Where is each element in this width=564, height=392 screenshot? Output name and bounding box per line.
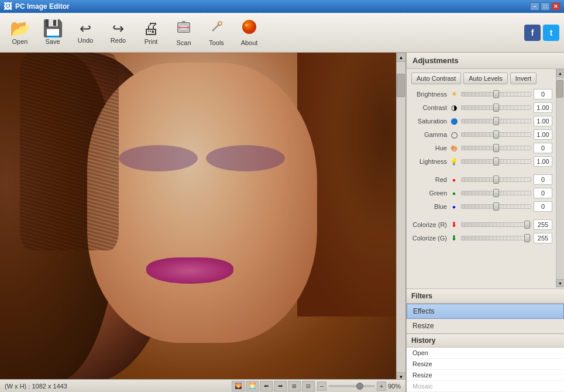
red-value[interactable]: 0 — [534, 174, 552, 185]
zoom-in-button[interactable]: + — [377, 381, 386, 391]
scroll-track-v[interactable] — [397, 62, 405, 372]
zoom-out-button[interactable]: − — [317, 381, 326, 391]
save-button[interactable]: 💾 Save — [37, 16, 68, 50]
hue-thumb[interactable] — [493, 144, 499, 152]
hue-slider[interactable] — [461, 146, 531, 150]
undo-button[interactable]: ↩ Undo — [70, 16, 101, 50]
colorize-r-track-dots — [462, 223, 531, 226]
colorize-r-label: Colorize (R) — [411, 221, 449, 228]
green-value[interactable]: 0 — [534, 188, 552, 198]
lightness-slider[interactable] — [461, 159, 531, 164]
green-label: Green — [411, 190, 449, 197]
brightness-slider[interactable] — [461, 92, 531, 97]
minimize-button[interactable]: − — [530, 2, 539, 11]
green-slider[interactable] — [461, 191, 531, 195]
saturation-icon: 🔵 — [449, 116, 459, 126]
lightness-icon: 💡 — [449, 157, 459, 166]
contrast-value[interactable]: 1.00 — [534, 102, 552, 113]
gamma-slider[interactable] — [461, 132, 531, 137]
history-item-resize2[interactable]: Resize — [407, 370, 564, 381]
tools-button[interactable]: Tools — [201, 16, 232, 50]
effects-filter-item[interactable]: Effects — [407, 304, 564, 319]
colorize-g-value[interactable]: 255 — [534, 233, 552, 243]
redo-button[interactable]: ↪ Redo — [103, 16, 133, 50]
gamma-label: Gamma — [411, 131, 449, 138]
adj-scroll-thumb[interactable] — [556, 80, 563, 98]
about-button[interactable]: About — [234, 16, 264, 50]
scan-button[interactable]: Scan — [168, 16, 199, 50]
invert-button[interactable]: Invert — [510, 73, 537, 84]
adj-scroll-down[interactable]: ▼ — [556, 279, 565, 287]
saturation-slider[interactable] — [461, 119, 531, 123]
colorize-g-thumb[interactable] — [524, 234, 530, 242]
history-item-mosaic[interactable]: Mosaic — [407, 381, 564, 392]
open-button[interactable]: 📂 Open — [5, 16, 35, 50]
green-thumb[interactable] — [493, 189, 499, 197]
status-bar: (W x H) : 1082 x 1443 🌄 🌅 ⬅ ➡ ⊞ ⊟ − — [0, 379, 405, 392]
twitter-button[interactable]: t — [543, 25, 559, 41]
facebook-button[interactable]: f — [524, 25, 541, 41]
adjustments-scrollbar[interactable]: ▲ ▼ — [556, 69, 564, 287]
tool-btn-5[interactable]: ⊞ — [288, 381, 301, 391]
brightness-thumb[interactable] — [493, 90, 499, 98]
zoom-slider[interactable] — [328, 385, 375, 387]
resize-label: Resize — [412, 322, 434, 330]
tool-btn-2[interactable]: 🌅 — [246, 381, 259, 391]
colorize-g-slider[interactable] — [461, 236, 531, 240]
vertical-scrollbar[interactable]: ▲ ▼ — [396, 53, 405, 381]
gamma-thumb[interactable] — [493, 130, 499, 139]
social-buttons: f t — [524, 25, 559, 41]
gamma-value[interactable]: 1.00 — [534, 129, 552, 140]
resize-filter-item[interactable]: Resize — [407, 319, 564, 333]
canvas-image[interactable] — [0, 53, 396, 383]
brightness-icon: ☀ — [449, 90, 459, 99]
colorize-r-value[interactable]: 255 — [534, 219, 552, 230]
blue-label: Blue — [411, 203, 449, 210]
tool-btn-3[interactable]: ⬅ — [260, 381, 273, 391]
auto-levels-button[interactable]: Auto Levels — [463, 73, 507, 84]
colorize-r-thumb[interactable] — [524, 221, 530, 229]
blue-slider[interactable] — [461, 204, 531, 209]
saturation-thumb[interactable] — [493, 117, 499, 125]
red-thumb[interactable] — [493, 176, 499, 184]
auto-contrast-button[interactable]: Auto Contrast — [411, 73, 461, 84]
tool-btn-6[interactable]: ⊟ — [302, 381, 315, 391]
open-icon: 📂 — [10, 20, 30, 37]
adj-scroll-up[interactable]: ▲ — [556, 69, 565, 77]
blue-value[interactable]: 0 — [534, 201, 552, 212]
contrast-thumb[interactable] — [493, 104, 499, 112]
titlebar-buttons: − □ ✕ — [530, 2, 560, 11]
adjustments-header: Adjustments — [407, 53, 564, 69]
contrast-slider[interactable] — [461, 105, 531, 110]
tool-btn-1[interactable]: 🌄 — [232, 381, 245, 391]
hue-label: Hue — [411, 145, 449, 152]
red-slider[interactable] — [461, 177, 531, 182]
hue-value[interactable]: 0 — [534, 143, 552, 153]
red-icon: ● — [449, 175, 459, 184]
print-button[interactable]: 🖨 Print — [136, 16, 166, 50]
blue-thumb[interactable] — [493, 202, 499, 211]
scroll-thumb-v[interactable] — [397, 74, 405, 97]
scan-label: Scan — [176, 39, 191, 46]
lightness-value[interactable]: 1.00 — [534, 156, 552, 167]
close-button[interactable]: ✕ — [551, 2, 560, 11]
saturation-value[interactable]: 1.00 — [534, 116, 552, 126]
toolbar-buttons: 📂 Open 💾 Save ↩ Undo ↪ Redo 🖨 Print — [5, 16, 264, 50]
adj-scroll-track[interactable] — [556, 77, 564, 279]
colorize-r-slider[interactable] — [461, 222, 531, 227]
tool-btn-4[interactable]: ➡ — [274, 381, 287, 391]
green-icon: ● — [449, 188, 459, 198]
scroll-up-button[interactable]: ▲ — [397, 53, 406, 62]
about-label: About — [241, 39, 258, 46]
tool-buttons: 🌄 🌅 ⬅ ➡ ⊞ ⊟ — [232, 381, 315, 391]
history-item-open[interactable]: Open — [407, 348, 564, 359]
zoom-thumb[interactable] — [356, 383, 363, 390]
undo-label: Undo — [78, 37, 93, 44]
save-label: Save — [45, 38, 60, 45]
zoom-controls: − + 90% — [317, 381, 401, 391]
brightness-value[interactable]: 0 — [534, 89, 552, 99]
maximize-button[interactable]: □ — [541, 2, 550, 11]
svg-point-4 — [218, 22, 222, 25]
history-item-resize1[interactable]: Resize — [407, 359, 564, 370]
lightness-thumb[interactable] — [493, 157, 499, 166]
